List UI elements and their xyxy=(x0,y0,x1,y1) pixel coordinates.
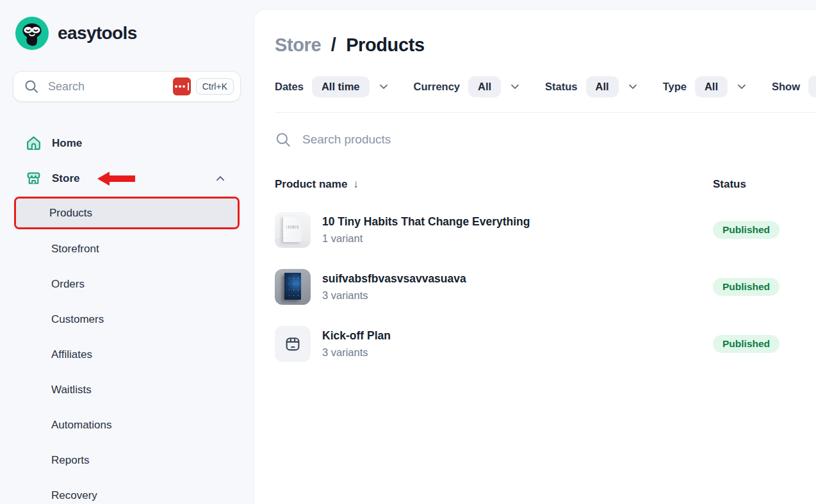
filter-status[interactable]: Status All xyxy=(545,76,639,97)
sidebar-item-label: Storefront xyxy=(51,243,99,256)
main-content-card: Store / Products Dates All time Currency… xyxy=(254,9,816,504)
column-header-status: Status xyxy=(713,178,816,191)
sidebar: easytools Ctrl+K Home xyxy=(0,0,254,504)
product-variants: 1 variant xyxy=(322,232,530,245)
filter-label: Currency xyxy=(414,81,460,93)
breadcrumb-section[interactable]: Store xyxy=(275,35,321,55)
brand-name: easytools xyxy=(58,23,137,44)
product-name: suifvabsfbvasvsavvasuava xyxy=(322,272,466,286)
chevron-down-icon[interactable] xyxy=(509,80,521,93)
global-search-input[interactable] xyxy=(47,79,173,94)
sidebar-item-label: Affiliates xyxy=(51,348,92,361)
product-name: 10 Tiny Habits That Change Everything xyxy=(322,215,530,229)
table-row: 10 Tiny Habits That Change Everything 1 … xyxy=(275,212,816,248)
sidebar-item-label: Home xyxy=(52,137,82,150)
storefront-icon xyxy=(26,170,42,186)
filter-label: Show xyxy=(772,81,800,93)
search-icon xyxy=(275,131,291,148)
sidebar-item-label: Reports xyxy=(51,454,90,467)
sidebar-item-label: Recovery xyxy=(51,489,97,502)
brand-logo-row[interactable]: easytools xyxy=(15,17,254,50)
chevron-down-icon[interactable] xyxy=(626,80,639,93)
breadcrumb-separator: / xyxy=(331,35,336,55)
breadcrumb: Store / Products xyxy=(275,35,816,56)
filter-value-pill[interactable]: All xyxy=(468,76,501,97)
product-link[interactable]: suifvabsfbvasvsavvasuava 3 variants xyxy=(275,269,713,305)
annotation-box: Products xyxy=(14,197,240,229)
filter-bar: Dates All time Currency All Status All T… xyxy=(275,76,816,113)
filter-label: Dates xyxy=(275,81,304,93)
sidebar-item-label: Orders xyxy=(51,278,85,291)
sidebar-item-label: Store xyxy=(52,172,79,185)
sidebar-item-products[interactable]: Products xyxy=(16,199,238,227)
sloth-logo-icon xyxy=(15,17,49,50)
table-row: suifvabsfbvasvsavvasuava 3 variants Publ… xyxy=(275,269,816,305)
page-title: Products xyxy=(346,35,425,55)
sidebar-item-recovery[interactable]: Recovery xyxy=(0,478,254,504)
password-manager-icon[interactable] xyxy=(173,77,191,95)
sidebar-nav: Home Store Products xyxy=(0,126,254,504)
products-search-box[interactable] xyxy=(275,131,816,148)
filter-type[interactable]: Type All xyxy=(663,76,748,97)
status-badge: Published xyxy=(713,278,779,296)
sidebar-item-label: Automations xyxy=(51,419,112,432)
product-thumbnail xyxy=(275,212,311,248)
product-variants: 3 variants xyxy=(322,289,466,302)
sidebar-item-home[interactable]: Home xyxy=(0,126,254,161)
sidebar-item-reports[interactable]: Reports xyxy=(0,443,254,478)
product-thumbnail xyxy=(275,326,311,362)
product-name: Kick-off Plan xyxy=(322,329,391,343)
sidebar-item-label: Customers xyxy=(51,313,104,326)
sidebar-item-store[interactable]: Store xyxy=(0,161,254,196)
annotation-arrow xyxy=(97,172,135,186)
package-icon xyxy=(283,334,302,354)
home-icon xyxy=(26,135,42,151)
status-badge: Published xyxy=(713,335,779,353)
sidebar-item-storefront[interactable]: Storefront xyxy=(0,231,254,266)
filter-label: Type xyxy=(663,81,687,93)
filter-value-pill[interactable]: All xyxy=(586,76,619,97)
sort-descending-icon[interactable]: ↓ xyxy=(353,178,359,191)
search-icon xyxy=(24,79,39,94)
sidebar-item-label: Products xyxy=(49,207,92,220)
table-row: Kick-off Plan 3 variants Published xyxy=(275,326,816,362)
product-link[interactable]: 10 Tiny Habits That Change Everything 1 … xyxy=(275,212,713,248)
filter-value-pill[interactable] xyxy=(808,76,816,97)
sidebar-item-label: Waitlists xyxy=(51,384,92,396)
chevron-up-icon[interactable] xyxy=(214,172,227,185)
products-table-header: Product name ↓ Status xyxy=(275,178,816,191)
product-variants: 3 variants xyxy=(322,346,391,359)
sidebar-item-orders[interactable]: Orders xyxy=(0,266,254,302)
column-header-product-name[interactable]: Product name ↓ xyxy=(275,178,713,191)
product-link[interactable]: Kick-off Plan 3 variants xyxy=(275,326,713,362)
filter-value-pill[interactable]: All xyxy=(695,76,728,97)
keyboard-shortcut-badge: Ctrl+K xyxy=(196,78,234,95)
chevron-down-icon[interactable] xyxy=(377,80,390,93)
status-badge: Published xyxy=(713,221,779,239)
filter-value-pill[interactable]: All time xyxy=(312,76,370,97)
global-search-box[interactable]: Ctrl+K xyxy=(13,71,241,102)
filter-dates[interactable]: Dates All time xyxy=(275,76,390,97)
filter-currency[interactable]: Currency All xyxy=(414,76,522,97)
chevron-down-icon[interactable] xyxy=(735,80,748,93)
sidebar-item-automations[interactable]: Automations xyxy=(0,407,254,443)
sidebar-item-affiliates[interactable]: Affiliates xyxy=(0,337,254,372)
product-thumbnail xyxy=(275,269,311,305)
sidebar-item-customers[interactable]: Customers xyxy=(0,302,254,337)
sidebar-item-waitlists[interactable]: Waitlists xyxy=(0,372,254,407)
filter-label: Status xyxy=(545,81,577,93)
products-search-input[interactable] xyxy=(301,132,624,147)
filter-show[interactable]: Show xyxy=(772,76,816,97)
